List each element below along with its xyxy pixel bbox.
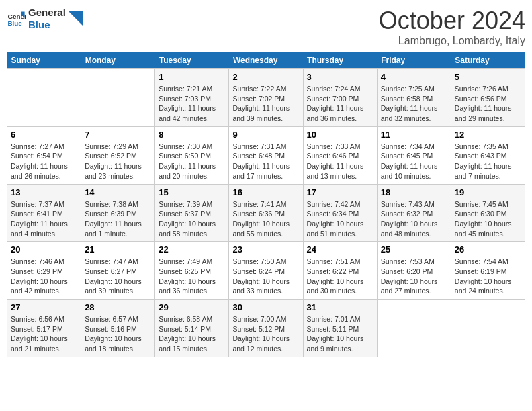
weekday-header-saturday: Saturday [451,52,525,69]
day-number: 3 [307,72,373,82]
day-number: 9 [232,130,299,140]
day-info: Sunrise: 7:22 AMSunset: 7:02 PMDaylight:… [232,84,299,124]
calendar-cell: 15Sunrise: 7:39 AMSunset: 6:37 PMDayligh… [155,184,229,242]
day-number: 28 [85,302,151,312]
day-info: Sunrise: 7:31 AMSunset: 6:48 PMDaylight:… [232,142,299,181]
logo-triangle [69,11,83,26]
calendar-cell: 23Sunrise: 7:50 AMSunset: 6:24 PMDayligh… [229,242,303,300]
calendar-cell: 18Sunrise: 7:43 AMSunset: 6:32 PMDayligh… [377,184,451,242]
day-number: 1 [159,72,225,82]
day-info: Sunrise: 7:49 AMSunset: 6:25 PMDaylight:… [159,257,225,296]
calendar-week-row: 27Sunrise: 6:56 AMSunset: 5:17 PMDayligh… [7,300,525,357]
day-info: Sunrise: 6:58 AMSunset: 5:14 PMDaylight:… [159,314,225,354]
calendar-cell: 17Sunrise: 7:42 AMSunset: 6:34 PMDayligh… [303,184,377,242]
svg-text:Blue: Blue [7,19,22,27]
day-number: 26 [455,244,521,255]
weekday-header-tuesday: Tuesday [155,52,229,69]
svg-marker-3 [69,11,83,26]
day-number: 14 [85,187,151,197]
weekday-header-friday: Friday [377,52,451,69]
day-number: 20 [11,244,77,255]
day-info: Sunrise: 7:01 AMSunset: 5:11 PMDaylight:… [307,314,373,354]
weekday-header-sunday: Sunday [7,52,81,69]
calendar-cell: 10Sunrise: 7:33 AMSunset: 6:46 PMDayligh… [303,126,377,184]
calendar-cell: 5Sunrise: 7:26 AMSunset: 6:56 PMDaylight… [451,69,525,127]
day-number: 12 [455,130,521,140]
day-number: 18 [381,187,447,197]
calendar-cell: 8Sunrise: 7:30 AMSunset: 6:50 PMDaylight… [155,126,229,184]
calendar-cell [81,69,155,127]
month-title: October 2024 [379,7,525,35]
weekday-header-thursday: Thursday [303,52,377,69]
day-number: 6 [11,130,77,140]
day-info: Sunrise: 7:54 AMSunset: 6:19 PMDaylight:… [455,257,521,296]
day-info: Sunrise: 7:51 AMSunset: 6:22 PMDaylight:… [307,257,373,296]
calendar-cell: 25Sunrise: 7:53 AMSunset: 6:20 PMDayligh… [377,242,451,300]
day-number: 30 [232,302,299,312]
day-number: 21 [85,244,151,255]
calendar-cell: 24Sunrise: 7:51 AMSunset: 6:22 PMDayligh… [303,242,377,300]
day-number: 7 [85,130,151,140]
calendar-cell: 13Sunrise: 7:37 AMSunset: 6:41 PMDayligh… [7,184,81,242]
day-number: 29 [159,302,225,312]
calendar-cell: 21Sunrise: 7:47 AMSunset: 6:27 PMDayligh… [81,242,155,300]
day-number: 24 [307,244,373,255]
calendar-cell: 31Sunrise: 7:01 AMSunset: 5:11 PMDayligh… [303,300,377,357]
page-header: General Blue General Blue October 2024 L… [7,7,525,47]
calendar-cell: 3Sunrise: 7:24 AMSunset: 7:00 PMDaylight… [303,69,377,127]
day-number: 16 [232,187,299,197]
calendar-cell: 28Sunrise: 6:57 AMSunset: 5:16 PMDayligh… [81,300,155,357]
day-number: 5 [455,72,521,82]
day-info: Sunrise: 7:30 AMSunset: 6:50 PMDaylight:… [159,142,225,181]
weekday-header-wednesday: Wednesday [229,52,303,69]
day-info: Sunrise: 7:41 AMSunset: 6:36 PMDaylight:… [232,199,299,239]
day-info: Sunrise: 7:43 AMSunset: 6:32 PMDaylight:… [381,199,447,239]
calendar-week-row: 6Sunrise: 7:27 AMSunset: 6:54 PMDaylight… [7,126,525,184]
calendar-cell: 26Sunrise: 7:54 AMSunset: 6:19 PMDayligh… [451,242,525,300]
calendar-cell: 4Sunrise: 7:25 AMSunset: 6:58 PMDaylight… [377,69,451,127]
day-number: 22 [159,244,225,255]
location-title: Lambrugo, Lombardy, Italy [379,35,525,47]
day-info: Sunrise: 7:33 AMSunset: 6:46 PMDaylight:… [307,142,373,181]
calendar-week-row: 13Sunrise: 7:37 AMSunset: 6:41 PMDayligh… [7,184,525,242]
day-number: 8 [159,130,225,140]
day-info: Sunrise: 7:25 AMSunset: 6:58 PMDaylight:… [381,84,447,124]
day-info: Sunrise: 7:38 AMSunset: 6:39 PMDaylight:… [85,199,151,239]
title-block: October 2024 Lambrugo, Lombardy, Italy [379,7,525,47]
day-number: 23 [232,244,299,255]
day-info: Sunrise: 7:45 AMSunset: 6:30 PMDaylight:… [455,199,521,239]
day-info: Sunrise: 7:39 AMSunset: 6:37 PMDaylight:… [159,199,225,239]
calendar-cell: 11Sunrise: 7:34 AMSunset: 6:45 PMDayligh… [377,126,451,184]
calendar-table: SundayMondayTuesdayWednesdayThursdayFrid… [7,52,525,357]
day-number: 10 [307,130,373,140]
calendar-cell: 2Sunrise: 7:22 AMSunset: 7:02 PMDaylight… [229,69,303,127]
calendar-cell: 22Sunrise: 7:49 AMSunset: 6:25 PMDayligh… [155,242,229,300]
day-number: 19 [455,187,521,197]
day-number: 11 [381,130,447,140]
calendar-cell: 16Sunrise: 7:41 AMSunset: 6:36 PMDayligh… [229,184,303,242]
day-number: 2 [232,72,299,82]
day-info: Sunrise: 7:27 AMSunset: 6:54 PMDaylight:… [11,142,77,181]
calendar-week-row: 1Sunrise: 7:21 AMSunset: 7:03 PMDaylight… [7,69,525,127]
day-info: Sunrise: 7:37 AMSunset: 6:41 PMDaylight:… [11,199,77,239]
calendar-cell [451,300,525,357]
day-info: Sunrise: 7:29 AMSunset: 6:52 PMDaylight:… [85,142,151,181]
calendar-cell: 19Sunrise: 7:45 AMSunset: 6:30 PMDayligh… [451,184,525,242]
calendar-cell: 27Sunrise: 6:56 AMSunset: 5:17 PMDayligh… [7,300,81,357]
calendar-cell: 14Sunrise: 7:38 AMSunset: 6:39 PMDayligh… [81,184,155,242]
day-number: 17 [307,187,373,197]
day-number: 31 [307,302,373,312]
day-info: Sunrise: 6:56 AMSunset: 5:17 PMDaylight:… [11,314,77,354]
day-info: Sunrise: 7:53 AMSunset: 6:20 PMDaylight:… [381,257,447,296]
calendar-week-row: 20Sunrise: 7:46 AMSunset: 6:29 PMDayligh… [7,242,525,300]
calendar-cell: 12Sunrise: 7:35 AMSunset: 6:43 PMDayligh… [451,126,525,184]
calendar-cell: 7Sunrise: 7:29 AMSunset: 6:52 PMDaylight… [81,126,155,184]
day-number: 4 [381,72,447,82]
calendar-cell: 1Sunrise: 7:21 AMSunset: 7:03 PMDaylight… [155,69,229,127]
calendar-header-row: SundayMondayTuesdayWednesdayThursdayFrid… [7,52,525,69]
day-info: Sunrise: 7:46 AMSunset: 6:29 PMDaylight:… [11,257,77,296]
day-number: 13 [11,187,77,197]
day-number: 27 [11,302,77,312]
weekday-header-monday: Monday [81,52,155,69]
logo-blue: Blue [28,19,66,31]
